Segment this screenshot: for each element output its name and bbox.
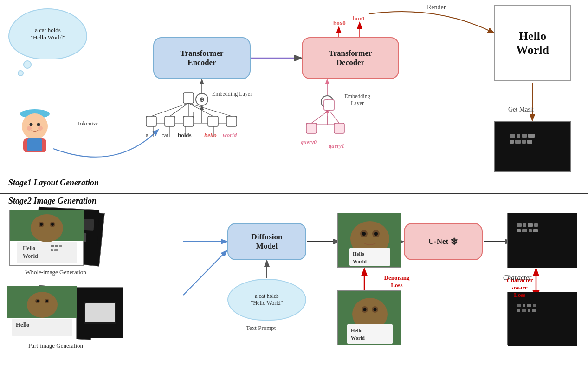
diffusion-model-box: Diffusion Model [227, 223, 306, 260]
svg-text:a: a [146, 131, 149, 138]
svg-rect-38 [208, 116, 218, 126]
svg-text:World: World [353, 258, 367, 264]
svg-rect-57 [503, 127, 563, 166]
svg-rect-85 [59, 245, 62, 247]
svg-point-31 [38, 126, 43, 131]
render-label: Render [427, 4, 446, 11]
part-img-front: Hello [7, 286, 77, 339]
svg-rect-63 [515, 140, 521, 144]
diffusion-label: Diffusion Model [251, 232, 282, 251]
svg-rect-60 [522, 134, 527, 138]
svg-rect-115 [529, 229, 532, 232]
svg-point-29 [37, 123, 40, 126]
stage-divider [0, 193, 588, 194]
svg-rect-37 [183, 116, 194, 126]
text-prompt-cloud: a cat holds "Hello World" [227, 279, 306, 321]
svg-rect-134 [532, 309, 536, 312]
svg-rect-128 [523, 304, 525, 307]
svg-rect-132 [522, 309, 526, 312]
svg-rect-130 [533, 304, 536, 307]
svg-rect-108 [508, 213, 577, 268]
character-label: Character [485, 269, 549, 286]
svg-text:Hello: Hello [23, 245, 35, 251]
svg-rect-131 [517, 309, 520, 312]
decoder-label: Transformer Decoder [329, 49, 372, 67]
svg-text:World: World [23, 253, 38, 259]
svg-line-44 [188, 103, 232, 116]
mask-box-stage1 [494, 121, 571, 172]
cat-image-target: Hello World [337, 290, 401, 345]
output-mask-stage2 [507, 213, 577, 268]
encoder-box: Transformer Encoder [153, 37, 251, 79]
svg-rect-34 [183, 93, 194, 103]
svg-rect-36 [165, 116, 175, 126]
svg-rect-84 [55, 245, 58, 247]
svg-rect-112 [534, 223, 538, 227]
svg-rect-62 [510, 140, 514, 144]
tokenize-label: Tokenize [77, 120, 98, 127]
svg-rect-114 [522, 229, 527, 232]
stage2-label: Stage2 Image Generation [8, 196, 97, 206]
svg-line-40 [151, 103, 188, 116]
svg-point-104 [374, 232, 378, 236]
box0-label: box0 [333, 20, 346, 27]
unet-label: U-Net [428, 237, 448, 246]
svg-rect-129 [527, 304, 531, 307]
svg-line-9 [183, 251, 226, 295]
svg-text:Hello: Hello [353, 251, 365, 256]
mask-pattern-svg [503, 127, 563, 166]
rendered-hello-world: Hello World [494, 5, 571, 81]
unet-box: U-Net ❄ [404, 223, 483, 260]
thought-bubble-text: a cat holds "Hello World" [31, 26, 65, 41]
svg-text:world: world [223, 131, 237, 138]
svg-rect-109 [517, 223, 522, 227]
svg-point-122 [374, 308, 377, 311]
snowflake-icon: ❄ [450, 236, 458, 247]
decoder-box: Transformer Decoder [302, 37, 399, 79]
denoising-loss-label: Denoising Loss [371, 274, 422, 289]
svg-rect-61 [528, 134, 535, 138]
svg-point-27 [22, 113, 48, 139]
svg-rect-90 [85, 303, 115, 322]
svg-point-78 [40, 223, 43, 226]
part-img-mask [77, 287, 123, 337]
svg-point-96 [46, 300, 48, 302]
svg-text:cat: cat [162, 131, 169, 138]
svg-point-103 [362, 232, 366, 236]
svg-rect-113 [517, 229, 521, 232]
text-prompt-label: Text Prompt [246, 324, 276, 332]
svg-rect-35 [146, 116, 156, 126]
svg-rect-133 [528, 309, 530, 312]
svg-text:Hello: Hello [351, 328, 363, 333]
svg-rect-116 [533, 229, 538, 232]
part-image-label: Part-image Generation [9, 342, 102, 349]
svg-point-30 [27, 126, 32, 131]
svg-point-79 [51, 223, 54, 226]
svg-point-75 [31, 214, 63, 242]
svg-point-92 [27, 292, 58, 318]
svg-rect-58 [510, 134, 515, 138]
svg-text:hello: hello [204, 131, 217, 138]
svg-rect-59 [517, 134, 520, 138]
svg-point-121 [363, 308, 367, 311]
svg-line-54 [329, 110, 339, 123]
svg-rect-111 [528, 223, 533, 227]
character-svg [12, 98, 58, 153]
svg-line-53 [311, 110, 329, 123]
svg-rect-127 [517, 304, 521, 307]
thought-bubble: a cat holds "Hello World" [8, 8, 87, 59]
svg-text:query0: query0 [301, 139, 317, 145]
svg-point-28 [30, 123, 33, 126]
rendered-text: Hello World [516, 29, 549, 57]
svg-rect-83 [51, 245, 54, 247]
svg-rect-86 [51, 249, 53, 251]
svg-text:Hello: Hello [16, 321, 30, 328]
svg-rect-110 [523, 223, 526, 227]
svg-rect-50 [324, 100, 334, 110]
whole-image-label: Whole-image Generation [14, 269, 97, 276]
encoder-label: Transformer Encoder [180, 49, 223, 67]
get-mask-label: Get Mask [508, 106, 534, 113]
box1-label: box1 [353, 15, 365, 22]
svg-text:World: World [351, 335, 365, 341]
svg-rect-64 [522, 140, 526, 144]
